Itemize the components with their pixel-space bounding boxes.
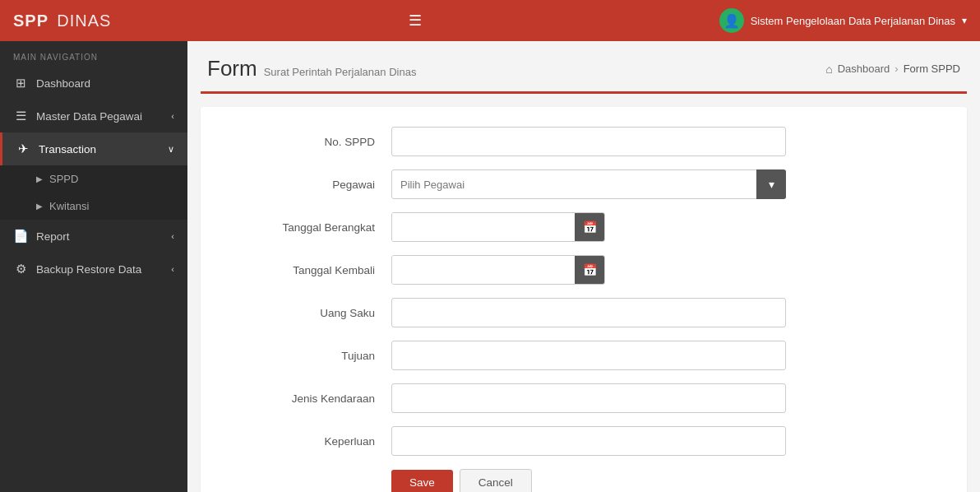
- breadcrumb-separator: ›: [894, 63, 898, 75]
- form-actions: Save Cancel: [227, 469, 941, 492]
- sidebar-sub-item-kwitansi[interactable]: ▶ Kwitansi: [0, 193, 187, 220]
- sidebar-item-dashboard[interactable]: ⊞ Dashboard: [0, 67, 187, 100]
- label-tanggal-kembali: Tanggal Kembali: [227, 264, 391, 276]
- cancel-button[interactable]: Cancel: [460, 469, 532, 492]
- form-row-tujuan: Tujuan: [227, 341, 941, 370]
- sidebar-item-label: Master Data Pegawai: [36, 110, 142, 123]
- sidebar: MAIN NAVIGATION ⊞ Dashboard ☰ Master Dat…: [0, 41, 187, 492]
- label-no-sppd: No. SPPD: [227, 136, 391, 148]
- label-uang-saku: Uang Saku: [227, 307, 391, 319]
- chevron-down-icon: ∨: [168, 144, 174, 155]
- red-divider: [201, 91, 967, 94]
- bullet-icon: ▶: [36, 202, 43, 211]
- page-subtitle: Surat Perintah Perjalanan Dinas: [264, 66, 417, 78]
- page-title-area: Form Surat Perintah Perjalanan Dinas: [207, 56, 416, 81]
- input-tanggal-berangkat[interactable]: [392, 213, 575, 241]
- label-pegawai: Pegawai: [227, 179, 391, 191]
- calendar-berangkat-icon[interactable]: 📅: [575, 213, 604, 241]
- hamburger-icon[interactable]: ☰: [409, 12, 422, 30]
- form-row-uang-saku: Uang Saku: [227, 298, 941, 327]
- save-button[interactable]: Save: [391, 470, 453, 492]
- brand-spp: SPP: [13, 12, 49, 30]
- master-data-icon: ☰: [13, 109, 28, 123]
- breadcrumb: ⌂ Dashboard › Form SPPD: [825, 63, 960, 76]
- sidebar-item-label: Report: [36, 230, 70, 243]
- bullet-icon: ▶: [36, 174, 43, 183]
- input-tanggal-kembali[interactable]: [392, 256, 575, 284]
- breadcrumb-home[interactable]: Dashboard: [838, 63, 890, 75]
- user-icon-symbol: 👤: [723, 13, 740, 29]
- label-tujuan: Tujuan: [227, 350, 391, 362]
- transaction-icon: ✈: [16, 142, 30, 156]
- sidebar-sub-item-sppd[interactable]: ▶ SPPD: [0, 165, 187, 193]
- form-row-keperluan: Keperluan: [227, 426, 941, 456]
- breadcrumb-current: Form SPPD: [904, 63, 960, 75]
- sidebar-item-label: Transaction: [39, 143, 96, 155]
- form-row-tanggal-berangkat: Tanggal Berangkat 📅: [227, 212, 941, 242]
- header-left: SPP DINAS: [13, 12, 111, 30]
- calendar-kembali-icon[interactable]: 📅: [575, 256, 604, 284]
- sidebar-sub-transaction: ▶ SPPD ▶ Kwitansi: [0, 165, 187, 220]
- report-icon: 📄: [13, 229, 28, 244]
- top-header: SPP DINAS ☰ 👤 Sistem Pengelolaan Data Pe…: [0, 0, 980, 41]
- main-content: Form Surat Perintah Perjalanan Dinas ⌂ D…: [187, 41, 980, 492]
- form-row-pegawai: Pegawai Pilih Pegawai ▾: [227, 169, 941, 199]
- input-uang-saku[interactable]: [391, 298, 786, 327]
- chevron-left-icon: ‹: [171, 264, 174, 274]
- label-keperluan: Keperluan: [227, 435, 391, 448]
- input-tujuan[interactable]: [391, 341, 786, 370]
- date-kembali-wrapper: 📅: [391, 255, 605, 285]
- sidebar-section-label: MAIN NAVIGATION: [0, 41, 187, 67]
- form-row-jenis-kendaraan: Jenis Kendaraan: [227, 383, 941, 413]
- user-avatar-icon: 👤: [719, 8, 744, 33]
- layout: MAIN NAVIGATION ⊞ Dashboard ☰ Master Dat…: [0, 41, 980, 492]
- sidebar-item-label: Dashboard: [36, 77, 90, 90]
- date-berangkat-wrapper: 📅: [391, 212, 605, 242]
- sidebar-item-backup[interactable]: ⚙ Backup Restore Data ‹: [0, 253, 187, 285]
- user-menu[interactable]: 👤 Sistem Pengelolaan Data Perjalanan Din…: [719, 8, 967, 33]
- sidebar-sub-item-label: SPPD: [49, 173, 78, 185]
- form-card: No. SPPD Pegawai Pilih Pegawai ▾ Tanggal…: [201, 107, 967, 492]
- label-jenis-kendaraan: Jenis Kendaraan: [227, 392, 391, 405]
- input-no-sppd[interactable]: [391, 127, 786, 156]
- page-title: Form: [207, 56, 257, 81]
- page-header: Form Surat Perintah Perjalanan Dinas ⌂ D…: [187, 41, 980, 91]
- sidebar-sub-item-label: Kwitansi: [49, 200, 89, 212]
- chevron-left-icon: ‹: [171, 231, 174, 241]
- select-pegawai[interactable]: Pilih Pegawai: [391, 169, 786, 199]
- backup-icon: ⚙: [13, 262, 28, 276]
- brand: SPP DINAS: [13, 12, 111, 30]
- select-pegawai-wrapper: Pilih Pegawai ▾: [391, 169, 786, 199]
- user-label: Sistem Pengelolaan Data Perjalanan Dinas: [751, 15, 955, 27]
- input-jenis-kendaraan[interactable]: [391, 383, 786, 413]
- brand-dinas: DINAS: [57, 12, 111, 30]
- input-keperluan[interactable]: [391, 426, 786, 456]
- sidebar-item-transaction[interactable]: ✈ Transaction ∨: [0, 132, 187, 165]
- dashboard-icon: ⊞: [13, 76, 28, 91]
- chevron-left-icon: ‹: [171, 111, 174, 121]
- label-tanggal-berangkat: Tanggal Berangkat: [227, 221, 391, 234]
- form-row-tanggal-kembali: Tanggal Kembali 📅: [227, 255, 941, 285]
- sidebar-item-master-data[interactable]: ☰ Master Data Pegawai ‹: [0, 100, 187, 132]
- sidebar-item-label: Backup Restore Data: [36, 263, 141, 276]
- chevron-down-icon: ▾: [962, 15, 967, 26]
- form-row-no-sppd: No. SPPD: [227, 127, 941, 156]
- home-icon: ⌂: [825, 63, 832, 76]
- sidebar-item-report[interactable]: 📄 Report ‹: [0, 220, 187, 253]
